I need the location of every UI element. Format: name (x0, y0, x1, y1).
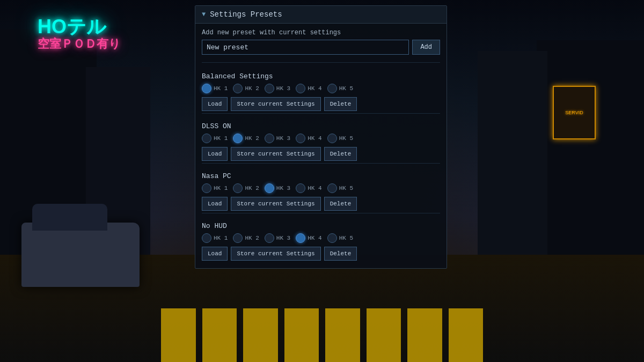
hk-item-dlss-2: HK 2 (233, 134, 259, 143)
load-button-balanced[interactable]: Load (202, 97, 228, 111)
hk-label-dlss-5: HK 5 (339, 135, 353, 142)
delete-button-balanced[interactable]: Delete (324, 97, 357, 111)
hk-circle-dlss-1[interactable] (202, 134, 211, 143)
hk-label-nohud-2: HK 2 (245, 235, 259, 241)
panel-header: ▼ Settings Presets (195, 6, 447, 24)
add-preset-label: Add new preset with current settings (202, 29, 440, 36)
hk-label-nohud-3: HK 3 (276, 235, 290, 241)
hk-circle-balanced-5[interactable] (327, 84, 337, 93)
hk-item-nohud-1: HK 1 (202, 233, 228, 243)
hk-label-nasa-2: HK 2 (245, 185, 259, 191)
load-button-nasa[interactable]: Load (202, 197, 228, 211)
store-button-dlss[interactable]: Store current Settings (231, 147, 320, 161)
hk-circle-dlss-2[interactable] (233, 134, 243, 143)
hk-item-dlss-4: HK 4 (296, 134, 321, 143)
crosswalk (161, 292, 483, 362)
hk-circle-nasa-4[interactable] (296, 183, 305, 193)
hk-item-nasa-4: HK 4 (296, 183, 321, 193)
action-row-nasa: Load Store current Settings Delete (202, 197, 440, 211)
panel-body: Add new preset with current settings Add… (195, 24, 447, 268)
neon-sign-right: SERVID (553, 86, 596, 139)
add-preset-button[interactable]: Add (412, 40, 440, 55)
hk-circle-balanced-4[interactable] (296, 84, 305, 93)
hk-label-nohud-4: HK 4 (308, 235, 321, 241)
hk-circle-nohud-1[interactable] (202, 233, 211, 243)
hk-circle-nasa-3[interactable] (265, 183, 274, 193)
preset-block-nasa: Nasa PC HK 1 HK 2 HK 3 HK 4 (202, 168, 440, 213)
collapse-triangle-icon[interactable]: ▼ (202, 11, 206, 18)
preset-name-nasa: Nasa PC (202, 172, 440, 180)
hk-label-balanced-2: HK 2 (245, 85, 259, 92)
action-row-nohud: Load Store current Settings Delete (202, 247, 440, 261)
preset-block-balanced: Balanced Settings HK 1 HK 2 HK 3 HK 4 (202, 68, 440, 114)
building-right-2 (478, 51, 547, 255)
hk-circle-nasa-1[interactable] (202, 183, 211, 193)
action-row-balanced: Load Store current Settings Delete (202, 97, 440, 111)
hk-item-balanced-1: HK 1 (202, 84, 228, 93)
hk-circle-dlss-4[interactable] (296, 134, 305, 143)
hk-item-dlss-1: HK 1 (202, 134, 228, 143)
neon-hotel-sign: HOテル 空室ＰＯＤ有り (38, 16, 121, 50)
load-button-nohud[interactable]: Load (202, 247, 228, 261)
hk-item-nasa-2: HK 2 (233, 183, 259, 193)
hk-circle-balanced-3[interactable] (265, 84, 274, 93)
preset-name-dlss: DLSS ON (202, 122, 440, 130)
hk-label-balanced-5: HK 5 (339, 85, 353, 92)
hk-label-balanced-1: HK 1 (214, 85, 228, 92)
hk-circle-nohud-3[interactable] (265, 233, 274, 243)
hk-item-dlss-3: HK 3 (265, 134, 290, 143)
hk-item-balanced-4: HK 4 (296, 84, 321, 93)
neon-hotel-subtext: 空室ＰＯＤ有り (38, 38, 121, 50)
add-preset-row: Add (202, 40, 440, 55)
hk-circle-balanced-1[interactable] (202, 84, 211, 93)
hk-row-nohud: HK 1 HK 2 HK 3 HK 4 HK 5 (202, 233, 440, 243)
hk-label-nasa-4: HK 4 (308, 185, 321, 191)
load-button-dlss[interactable]: Load (202, 147, 228, 161)
building-right-1 (537, 40, 644, 255)
hk-label-balanced-3: HK 3 (276, 85, 290, 92)
hk-item-nohud-2: HK 2 (233, 233, 259, 243)
hk-label-dlss-3: HK 3 (276, 135, 290, 142)
hk-item-nasa-5: HK 5 (327, 183, 353, 193)
store-button-balanced[interactable]: Store current Settings (231, 97, 320, 111)
hk-circle-nohud-2[interactable] (233, 233, 243, 243)
action-row-dlss: Load Store current Settings Delete (202, 147, 440, 161)
hk-circle-nohud-5[interactable] (327, 233, 337, 243)
hk-label-nohud-1: HK 1 (214, 235, 228, 241)
hk-circle-nohud-4[interactable] (296, 233, 305, 243)
vehicle (21, 223, 140, 287)
hk-item-nohud-4: HK 4 (296, 233, 321, 243)
hk-item-nohud-3: HK 3 (265, 233, 290, 243)
store-button-nohud[interactable]: Store current Settings (231, 247, 320, 261)
hk-row-balanced: HK 1 HK 2 HK 3 HK 4 HK 5 (202, 84, 440, 93)
neon-hotel-text: HOテル (38, 16, 121, 38)
delete-button-nohud[interactable]: Delete (324, 247, 357, 261)
hk-circle-nasa-2[interactable] (233, 183, 243, 193)
preset-name-nohud: No HUD (202, 222, 440, 230)
hk-label-dlss-1: HK 1 (214, 135, 228, 142)
delete-button-dlss[interactable]: Delete (324, 147, 357, 161)
hk-circle-balanced-2[interactable] (233, 84, 243, 93)
hk-item-dlss-5: HK 5 (327, 134, 353, 143)
hk-circle-nasa-5[interactable] (327, 183, 337, 193)
delete-button-nasa[interactable]: Delete (324, 197, 357, 211)
preset-block-dlss: DLSS ON HK 1 HK 2 HK 3 HK 4 (202, 118, 440, 164)
hk-item-nasa-3: HK 3 (265, 183, 290, 193)
store-button-nasa[interactable]: Store current Settings (231, 197, 320, 211)
hk-label-nohud-5: HK 5 (339, 235, 353, 241)
preset-name-balanced: Balanced Settings (202, 72, 440, 80)
hk-label-nasa-5: HK 5 (339, 185, 353, 191)
hk-item-nasa-1: HK 1 (202, 183, 228, 193)
hk-row-nasa: HK 1 HK 2 HK 3 HK 4 HK 5 (202, 183, 440, 193)
hk-label-balanced-4: HK 4 (308, 85, 321, 92)
hk-item-balanced-5: HK 5 (327, 84, 353, 93)
hk-circle-dlss-5[interactable] (327, 134, 337, 143)
hk-item-balanced-3: HK 3 (265, 84, 290, 93)
panel-title: Settings Presets (210, 10, 282, 19)
hk-circle-dlss-3[interactable] (265, 134, 274, 143)
new-preset-input[interactable] (202, 40, 409, 55)
hk-label-nasa-3: HK 3 (276, 185, 290, 191)
hk-item-nohud-5: HK 5 (327, 233, 353, 243)
hk-item-balanced-2: HK 2 (233, 84, 259, 93)
hk-label-dlss-2: HK 2 (245, 135, 259, 142)
